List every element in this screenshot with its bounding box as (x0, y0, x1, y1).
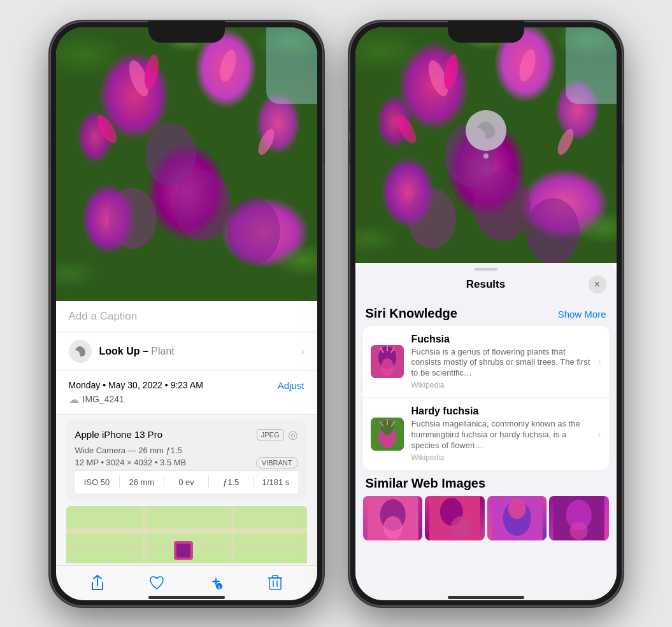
lookup-row[interactable]: Look Up – Plant › (56, 332, 317, 371)
svg-rect-11 (142, 506, 147, 563)
caption-placeholder: Add a Caption (69, 310, 138, 322)
delete-button[interactable] (268, 575, 282, 591)
svg-point-4 (255, 127, 277, 157)
right-volume-down-button[interactable] (349, 142, 350, 165)
right-phone-screen: Results × Siri Knowledge Show More (355, 27, 617, 600)
left-phone: Add a Caption Look Up – Plant › (50, 21, 324, 607)
svg-rect-15 (176, 543, 190, 557)
info-section: Monday • May 30, 2022 • 9:23 AM Adjust ☁… (56, 371, 317, 565)
hardy-desc: Fuchsia magellanica, commonly known as t… (411, 419, 594, 451)
share-button[interactable] (90, 575, 104, 591)
svg-point-46 (383, 516, 402, 539)
hardy-title: Hardy fuchsia (411, 405, 594, 417)
right-home-indicator (448, 596, 524, 599)
svg-point-29 (473, 171, 531, 241)
wide-camera-detail: Wide Camera — 26 mm ƒ1.5 (75, 446, 298, 455)
map-area[interactable] (66, 506, 307, 563)
exif-aperture: ƒ1.5 (209, 476, 254, 488)
leaf-icon (74, 345, 87, 358)
svg-point-34 (381, 358, 394, 376)
exif-ev: 0 ev (164, 476, 209, 488)
web-img-3-svg (487, 496, 547, 540)
svg-point-26 (392, 112, 419, 146)
location-icon: ◎ (288, 428, 298, 442)
fuchsia-source: Wikipedia (411, 381, 594, 390)
siri-knowledge-title: Siri Knowledge (366, 306, 457, 321)
lookup-icon (69, 340, 92, 363)
svg-text:i: i (218, 584, 220, 589)
volume-down-button[interactable] (50, 142, 50, 165)
mp-info: 12 MP • 3024 × 4032 • 3.5 MB (75, 458, 187, 467)
drag-handle[interactable] (475, 268, 497, 271)
svg-point-30 (408, 188, 456, 249)
right-volume-up-button[interactable] (349, 110, 350, 133)
web-images-section-header: Similar Web Images (366, 476, 606, 491)
svg-point-55 (570, 522, 588, 540)
siri-bubble[interactable] (466, 110, 506, 151)
web-image-2[interactable] (425, 496, 485, 540)
date-block: Monday • May 30, 2022 • 9:23 AM Adjust ☁… (56, 371, 317, 415)
show-more-button[interactable]: Show More (558, 309, 606, 320)
exif-focal: 26 mm (120, 476, 164, 488)
fuchsia-thumbnail (371, 345, 404, 378)
svg-point-3 (93, 112, 120, 146)
knowledge-card: Fuchsia Fuchsia is a genus of flowering … (363, 326, 609, 470)
fuchsia-item[interactable]: Fuchsia Fuchsia is a genus of flowering … (363, 326, 609, 398)
filename-text: IMG_4241 (83, 394, 124, 404)
bottom-toolbar: i (56, 565, 317, 600)
results-content: Siri Knowledge Show More (355, 300, 617, 600)
share-icon (90, 575, 104, 591)
fuchsia-chevron-icon: › (598, 356, 601, 367)
svg-point-7 (108, 188, 157, 249)
info-button[interactable]: i (208, 575, 224, 591)
power-button[interactable] (323, 126, 324, 164)
web-img-2-svg (425, 496, 485, 540)
lookup-label: Look Up – Plant (99, 346, 175, 357)
vibrant-badge: VIBRANT (256, 457, 298, 468)
hardy-thumb-svg (371, 418, 404, 451)
similar-web-images-section: Similar Web Images (363, 476, 609, 540)
right-power-button[interactable] (622, 126, 623, 164)
results-header: Results × (355, 273, 617, 300)
svg-point-8 (227, 198, 280, 264)
hardy-source: Wikipedia (411, 453, 594, 462)
siri-knowledge-section-header: Siri Knowledge Show More (366, 306, 606, 321)
hardy-fuchsia-item[interactable]: Hardy fuchsia Fuchsia magellanica, commo… (363, 398, 609, 470)
svg-point-27 (554, 127, 576, 157)
web-image-1[interactable] (363, 496, 423, 540)
adjust-button[interactable]: Adjust (278, 380, 304, 391)
web-image-3[interactable] (487, 496, 547, 540)
svg-point-31 (526, 198, 580, 263)
home-indicator (148, 596, 225, 599)
hardy-text: Hardy fuchsia Fuchsia magellanica, commo… (411, 405, 594, 462)
sparkle-icon: i (208, 575, 224, 591)
svg-point-25 (516, 48, 538, 83)
map-svg (66, 506, 307, 563)
results-panel: Results × Siri Knowledge Show More (355, 263, 617, 600)
web-image-4[interactable] (549, 496, 609, 540)
like-button[interactable] (149, 576, 164, 590)
right-photo-image[interactable] (355, 27, 617, 263)
hardy-thumbnail (371, 418, 404, 451)
svg-point-2 (217, 48, 239, 83)
svg-rect-18 (269, 578, 281, 589)
close-button[interactable]: × (589, 276, 606, 293)
web-images-row (363, 496, 609, 540)
exif-row: ISO 50 26 mm 0 ev ƒ1.5 1/181 s (75, 470, 298, 493)
heart-icon (149, 576, 164, 590)
fuchsia-title: Fuchsia (411, 334, 594, 345)
volume-up-button[interactable] (50, 110, 50, 133)
siri-leaf-icon (475, 119, 497, 142)
web-images-title: Similar Web Images (366, 476, 486, 491)
svg-point-49 (451, 516, 471, 539)
jpeg-badge: JPEG (257, 429, 284, 440)
fuchsia-text: Fuchsia Fuchsia is a genus of flowering … (411, 334, 594, 390)
web-img-4-svg (549, 496, 609, 540)
caption-area[interactable]: Add a Caption (56, 301, 317, 332)
fuchsia-desc: Fuchsia is a genus of flowering plants t… (411, 347, 594, 379)
exif-shutter: 1/181 s (254, 476, 297, 488)
photo-image[interactable] (56, 27, 317, 301)
svg-rect-10 (66, 528, 307, 533)
exif-iso: ISO 50 (75, 476, 120, 488)
web-img-1-svg (363, 496, 423, 540)
